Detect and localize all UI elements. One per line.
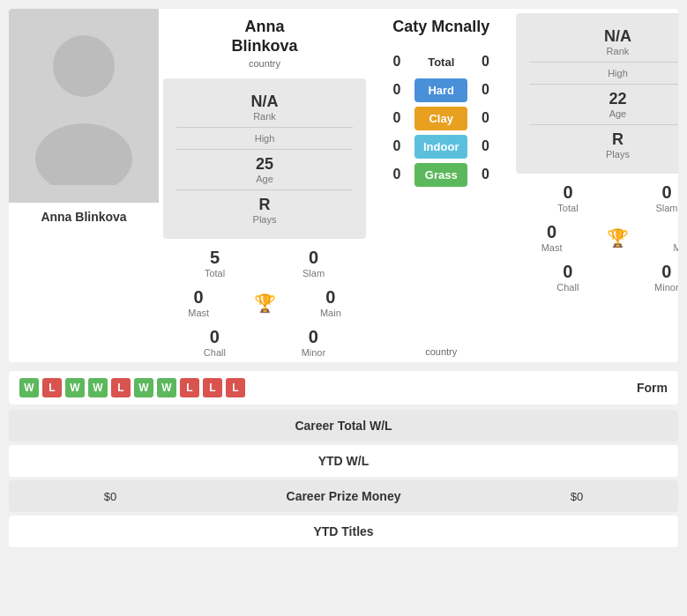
right-info-panel: N/A Rank High 22 Age R Plays (512, 9, 678, 362)
left-trophy-icon: 🏆 (254, 293, 276, 314)
surface-indoor-right: 0 (472, 138, 498, 154)
right-plays: R (529, 130, 678, 149)
surface-clay-row: 0 Clay 0 (384, 107, 498, 130)
surface-grass-left: 0 (384, 167, 410, 182)
form-badge-1: L (42, 378, 62, 397)
left-slam: 0 (302, 248, 325, 268)
surface-total-left: 0 (384, 54, 410, 70)
surface-indoor-btn[interactable]: Indoor (414, 135, 467, 159)
right-mast: 0 (541, 222, 563, 242)
right-age: 22 (529, 90, 678, 108)
form-badges: WLWWLWWLLL (19, 378, 245, 397)
career-wl-row: Career Total W/L (9, 410, 678, 442)
right-high-label: High (529, 68, 678, 78)
form-badge-3: W (88, 378, 108, 397)
left-minor-cell: 0 Minor (302, 327, 326, 358)
left-main-label: Main (320, 308, 341, 318)
right-total-label: Total (557, 203, 578, 213)
right-country-label: country (425, 346, 457, 357)
left-mast-label: Mast (188, 308, 209, 318)
left-rank: N/A (176, 93, 353, 111)
left-age-label: Age (176, 174, 353, 184)
surface-hard-btn[interactable]: Hard (414, 78, 467, 102)
surface-total-btn[interactable]: Total (414, 50, 467, 74)
left-mast-cell: 0 Mast (188, 287, 209, 318)
left-player-photo-section: Anna Blinkova (9, 9, 159, 362)
left-country: country (249, 58, 280, 69)
right-total-slam: 0 Total 0 Slam (512, 178, 678, 218)
left-rank-label: Rank (176, 111, 353, 122)
left-chall-minor: 0 Chall 0 Minor (159, 323, 370, 362)
right-chall: 0 (556, 262, 579, 282)
left-age-section: 25 Age (176, 155, 353, 184)
left-total-cell: 5 Total (205, 248, 225, 278)
left-mast-main: 0 Mast 🏆 0 Main (159, 283, 370, 323)
left-player-name: Anna Blinkova (163, 18, 366, 56)
right-chall-label: Chall (556, 282, 579, 293)
right-slam-label: Slam (655, 203, 677, 213)
right-trophy-icon: 🏆 (607, 227, 629, 249)
left-slam-cell: 0 Slam (302, 248, 325, 278)
left-plays: R (176, 196, 353, 214)
right-mast-main: 0 Mast 🏆 0 Main (512, 218, 678, 257)
svg-point-1 (35, 123, 132, 185)
right-main-label: Main (673, 242, 678, 253)
left-plays-label: Plays (176, 214, 353, 225)
left-total-label: Total (205, 268, 225, 278)
left-minor: 0 (302, 327, 326, 347)
career-prize-label: Career Prize Money (198, 489, 489, 503)
right-total: 0 (557, 182, 578, 203)
left-plays-section: R Plays (176, 196, 353, 225)
right-slam-cell: 0 Slam (655, 182, 677, 213)
surface-indoor-left: 0 (384, 138, 410, 154)
right-chall-minor: 0 Chall 0 Minor (512, 257, 678, 297)
surface-hard-left: 0 (384, 82, 410, 98)
form-badge-9: L (226, 378, 245, 397)
left-slam-label: Slam (302, 268, 325, 278)
form-label: Form (637, 381, 668, 395)
left-chall: 0 (204, 327, 226, 347)
form-badge-5: W (134, 378, 153, 397)
surface-hard-row: 0 Hard 0 (384, 78, 498, 102)
right-mast-label: Mast (541, 242, 563, 253)
right-high-section: High (529, 68, 678, 78)
surface-grass-right: 0 (472, 167, 498, 182)
right-country-center: country (425, 344, 457, 362)
surface-grass-row: 0 Grass 0 (384, 163, 498, 187)
left-name-section: Anna Blinkova country (159, 9, 370, 74)
ytd-titles-row: YTD Titles (9, 516, 678, 547)
left-high-label: High (176, 133, 353, 144)
left-high-section: High (176, 133, 353, 144)
right-chall-cell: 0 Chall (556, 262, 579, 293)
form-section: WLWWLWWLLL Form (9, 371, 678, 404)
surface-clay-btn[interactable]: Clay (414, 107, 467, 130)
left-info-panel: Anna Blinkova country N/A Rank High (159, 9, 370, 362)
right-rank-section: N/A Rank (529, 27, 678, 56)
surface-grass-btn[interactable]: Grass (414, 163, 467, 187)
right-main: 0 (673, 222, 678, 242)
right-player-name-top: Caty Mcnally (392, 18, 489, 37)
left-main: 0 (320, 287, 341, 308)
right-stats-box: N/A Rank High 22 Age R Plays (516, 13, 678, 174)
form-badge-2: W (65, 378, 85, 397)
form-badge-7: L (180, 378, 199, 397)
left-total: 5 (205, 248, 225, 268)
left-chall-cell: 0 Chall (204, 327, 226, 358)
surface-hard-right: 0 (472, 82, 498, 98)
right-rank: N/A (529, 27, 678, 46)
right-main-cell: 0 Main (673, 222, 678, 253)
svg-point-0 (53, 35, 115, 97)
left-minor-label: Minor (302, 347, 326, 358)
right-name-top: Caty Mcnally (370, 9, 512, 41)
form-badge-0: W (19, 378, 39, 397)
surface-buttons: 0 Total 0 0 Hard 0 0 Clay 0 0 (370, 41, 512, 196)
left-main-cell: 0 Main (320, 287, 341, 318)
right-plays-label: Plays (529, 149, 678, 160)
ytd-wl-row: YTD W/L (9, 445, 678, 477)
surface-indoor-row: 0 Indoor 0 (384, 135, 498, 159)
left-stats-box: N/A Rank High 25 Age R Plays (163, 78, 366, 239)
left-chall-label: Chall (204, 347, 226, 358)
left-age: 25 (176, 155, 353, 174)
ytd-titles-label: YTD Titles (198, 524, 489, 538)
form-badge-8: L (203, 378, 222, 397)
